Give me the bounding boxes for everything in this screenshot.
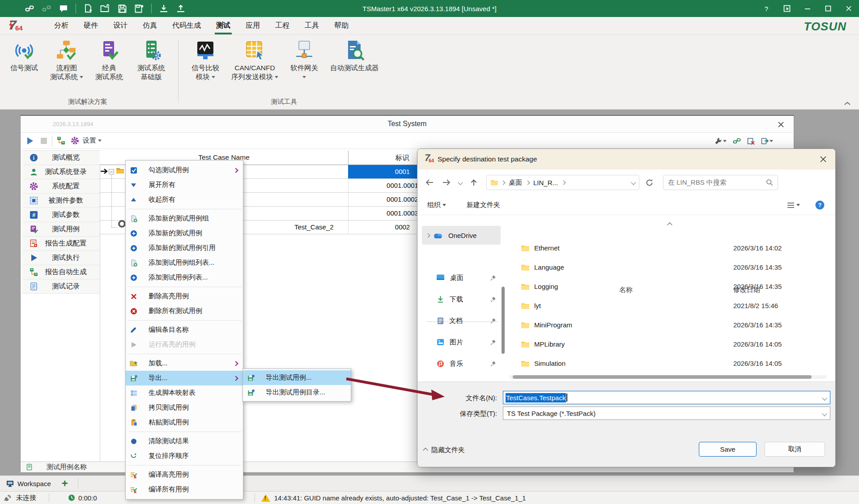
add-workspace-button[interactable]: + [62, 479, 68, 488]
menu-item-reset-order[interactable]: 复位排序顺序 [126, 449, 243, 463]
up-icon[interactable] [470, 179, 477, 186]
breadcrumb-lin-rbs[interactable]: LIN_R... [533, 179, 558, 186]
file-row[interactable]: MiniProgram 2026/3/16 14:35 [509, 315, 833, 335]
menu-tools[interactable]: 工具 [297, 17, 327, 34]
minimize-button[interactable] [797, 0, 818, 17]
search-box[interactable]: 在 LIN_RBS 中搜索 [663, 175, 778, 190]
sidebar-item-test-execution[interactable]: 测试执行 [22, 251, 100, 265]
menu-item-add-group-list[interactable]: 添加测试用例组列表... [126, 255, 243, 270]
ribbon-signal-test-button[interactable]: 信号测试 [4, 38, 44, 74]
submenu-item-export-cases[interactable]: 导出测试用例... [243, 370, 351, 385]
savetype-dropdown-icon[interactable] [822, 411, 827, 416]
sidebar-item-test-cases[interactable]: 测试用例 [22, 222, 100, 237]
organize-button[interactable]: 组织 [427, 201, 446, 209]
menu-item-copy-case[interactable]: 拷贝测试用例 [126, 400, 243, 415]
nav-item-onedrive[interactable]: OneDrive [422, 226, 501, 245]
menu-item-delete-all[interactable]: 删除所有测试用例 [126, 304, 243, 318]
menu-project[interactable]: 工程 [268, 17, 297, 34]
menu-help[interactable]: 帮助 [327, 17, 356, 34]
sidebar-item-test-params[interactable]: # 测试参数 [22, 208, 100, 222]
settings-gear-icon[interactable] [71, 136, 79, 145]
ribbon-classic-test-system-button[interactable]: 经典 测试系统 [89, 38, 129, 83]
menu-simulation[interactable]: 仿真 [135, 17, 165, 34]
pin-icon[interactable] [490, 296, 496, 302]
menu-design[interactable]: 设计 [106, 17, 135, 34]
nav-item-desktop[interactable]: 桌面 [422, 268, 501, 287]
menu-item-add-case[interactable]: 添加新的测试用例 [126, 226, 243, 241]
scrollbar-thumb[interactable] [513, 375, 812, 379]
nav-item-pictures[interactable]: 图片 [422, 333, 501, 352]
sidebar-item-auto-report[interactable]: 报告自动生成 [22, 265, 100, 280]
history-dropdown-icon[interactable] [458, 180, 463, 185]
menu-item-export[interactable]: 导出... [126, 371, 243, 385]
view-mode-button[interactable] [787, 202, 800, 208]
filename-input[interactable]: TestCases.Testpack [503, 391, 830, 404]
menu-item-delete-highlighted[interactable]: 删除高亮用例 [126, 289, 243, 304]
close-button[interactable] [838, 0, 859, 17]
menu-item-compile-all[interactable]: 编译所有用例 [126, 482, 243, 497]
tools-wrench-icon[interactable] [714, 137, 727, 145]
pin-icon[interactable] [490, 361, 496, 367]
menu-application[interactable]: 应用 [238, 17, 268, 34]
run-button[interactable] [26, 137, 34, 145]
filename-dropdown-icon[interactable] [822, 395, 827, 400]
menu-item-add-case-ref[interactable]: 添加新的测试用例引用 [126, 241, 243, 255]
window-close-icon[interactable] [776, 119, 786, 129]
pin-icon[interactable] [490, 275, 496, 281]
submenu-item-export-case-catalog[interactable]: 导出测试用例目录... [243, 385, 351, 400]
cancel-button[interactable]: 取消 [765, 442, 825, 457]
ribbon-software-gateway-button[interactable]: 软件网关 [285, 38, 324, 83]
file-row[interactable]: MPLibrary 2026/3/16 14:05 [509, 335, 833, 354]
nav-item-documents[interactable]: 文档 [422, 311, 501, 330]
menu-hardware[interactable]: 硬件 [76, 17, 106, 34]
sidebar-item-test-records[interactable]: 测试记录 [22, 280, 100, 294]
sidebar-item-report-config[interactable]: 报告生成配置 [22, 237, 100, 251]
sidebar-item-test-overview[interactable]: i 测试概览 [22, 151, 100, 165]
ribbon-flowchart-test-system-button[interactable]: 流程图 测试系统 [47, 38, 87, 83]
tools-link-icon[interactable] [733, 137, 741, 145]
settings-caret-icon[interactable] [98, 140, 102, 142]
pin-icon[interactable] [490, 318, 496, 324]
ribbon-collapse-icon[interactable] [844, 101, 851, 106]
breadcrumb[interactable]: 桌面 LIN_R... [486, 175, 639, 190]
ribbon-can-sequence-button[interactable]: CAN/CANFD 序列发送模块 [228, 38, 282, 83]
help-icon[interactable]: ? [815, 200, 825, 210]
file-row[interactable]: Ethernet 2026/3/16 14:02 [509, 238, 833, 258]
menu-item-run-highlighted[interactable]: 运行高亮的用例 [126, 337, 243, 352]
pin-icon[interactable] [490, 339, 496, 345]
savetype-combo[interactable]: TS Test Package (*.TestPack) [503, 407, 830, 420]
hide-folders-button[interactable]: 隐藏文件夹 [424, 446, 465, 454]
horizontal-scrollbar[interactable] [509, 375, 827, 379]
file-row[interactable]: Simulation 2026/3/16 14:05 [509, 354, 833, 373]
nav-item-videos[interactable]: 视频 [422, 376, 501, 381]
sidebar-item-login[interactable]: 测试系统登录 [22, 165, 100, 179]
refresh-icon[interactable] [646, 179, 653, 186]
dialog-titlebar[interactable]: 764 Specify destination test package [417, 149, 835, 169]
menu-item-collapse-all[interactable]: 收起所有 [126, 192, 243, 207]
menu-item-check-test-cases[interactable]: 勾选测试用例 [126, 163, 243, 178]
nav-item-music[interactable]: 音乐 [422, 354, 501, 373]
ribbon-signal-compare-button[interactable]: 信号比较 模块 [186, 38, 225, 83]
expander-icon[interactable] [426, 233, 430, 237]
file-row[interactable]: lyt 2021/8/2 15:46 [509, 296, 833, 315]
menu-item-clear-results[interactable]: 清除测试结果 [126, 434, 243, 449]
sort-ascending-icon[interactable] [667, 222, 672, 227]
sidebar-item-system-config[interactable]: 系统配置 [22, 179, 100, 194]
sidebar-item-dut-params[interactable]: 被测件参数 [22, 194, 100, 208]
new-folder-button[interactable]: 新建文件夹 [467, 201, 500, 209]
file-row[interactable]: Language 2026/3/16 14:35 [509, 258, 833, 277]
test-system-titlebar[interactable]: 2026.3.13.1894 Test System [21, 116, 794, 133]
report-flow-icon[interactable] [57, 136, 65, 145]
dialog-close-icon[interactable] [818, 154, 828, 164]
maximize-button[interactable] [818, 0, 838, 17]
menu-item-expand-all[interactable]: 展开所有 [126, 178, 243, 192]
back-icon[interactable] [425, 179, 434, 186]
menu-test[interactable]: 测试 [208, 17, 238, 34]
nav-scrollbar[interactable] [502, 287, 505, 354]
menu-item-load[interactable]: 加载... [126, 356, 243, 371]
ribbon-test-system-basic-button[interactable]: 测试系统 基础版 [132, 38, 171, 83]
tools-export-icon[interactable] [761, 137, 773, 145]
menu-item-add-group[interactable]: 添加新的测试用例组 [126, 211, 243, 226]
menu-item-add-case-list[interactable]: 添加测试用例列表... [126, 270, 243, 285]
help-button[interactable]: ? [756, 0, 777, 17]
